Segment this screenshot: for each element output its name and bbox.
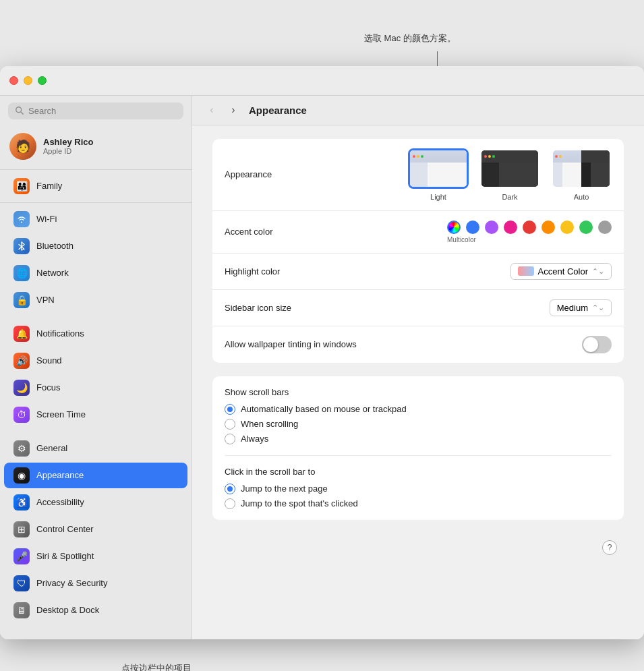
scroll-auto-radio[interactable]: [225, 404, 235, 415]
sidebar-divider-2: [0, 202, 192, 203]
accent-orange[interactable]: [541, 221, 555, 234]
sidebar-item-privacy[interactable]: 🛡 Privacy & Security: [4, 571, 187, 596]
appearance-auto-option[interactable]: Auto: [551, 148, 612, 201]
titlebar: [0, 66, 644, 96]
accent-red[interactable]: [523, 221, 536, 234]
highlight-color-label: Highlight color: [225, 266, 359, 276]
close-button[interactable]: [9, 76, 18, 85]
click-jump-spot-radio[interactable]: [225, 498, 235, 509]
sidebar-label-appearance: Appearance: [36, 470, 84, 480]
sidebar-item-general[interactable]: ⚙ General: [4, 436, 187, 461]
sidebar-divider-1: [0, 169, 192, 170]
click-next-page-radio[interactable]: [225, 484, 235, 494]
scroll-auto-option[interactable]: Automatically based on mouse or trackpad: [225, 404, 612, 415]
show-scroll-bars-title: Show scroll bars: [225, 387, 612, 397]
scroll-when-scrolling-option[interactable]: When scrolling: [225, 419, 612, 430]
accent-color-label: Accent color: [225, 227, 359, 237]
search-input[interactable]: [28, 106, 177, 116]
click-jump-spot-option[interactable]: Jump to the spot that's clicked: [225, 498, 612, 509]
accent-yellow[interactable]: [560, 221, 574, 234]
sidebar-label-desktop: Desktop & Dock: [36, 605, 99, 615]
sidebar-item-notifications[interactable]: 🔔 Notifications: [4, 321, 187, 347]
forward-button[interactable]: ›: [225, 103, 242, 117]
avatar: 🧑: [9, 133, 36, 160]
accent-multicolor[interactable]: [447, 221, 461, 234]
privacy-icon: 🛡: [13, 575, 30, 591]
sidebar-item-wifi[interactable]: Wi-Fi: [4, 206, 187, 232]
sidebar-item-screentime[interactable]: ⏱ Screen Time: [4, 402, 187, 428]
focus-icon: 🌙: [13, 380, 30, 396]
sidebar-item-appearance[interactable]: ◉ Appearance: [4, 463, 187, 488]
scroll-bars-radio-group: Automatically based on mouse or trackpad…: [225, 404, 612, 444]
scroll-bars-section: Show scroll bars Automatically based on …: [212, 376, 624, 455]
appearance-dark-label: Dark: [502, 193, 517, 201]
maximize-button[interactable]: [38, 76, 47, 85]
appearance-row-label: Appearance: [225, 169, 359, 179]
search-bar[interactable]: [8, 103, 183, 119]
accent-blue[interactable]: [466, 221, 479, 234]
accent-pink[interactable]: [504, 221, 517, 234]
appearance-auto-thumb: [551, 148, 612, 189]
appearance-light-option[interactable]: Light: [408, 148, 469, 201]
help-button[interactable]: ?: [602, 540, 617, 555]
scroll-bars-card: Show scroll bars Automatically based on …: [212, 376, 624, 520]
sidebar-item-bluetooth[interactable]: Bluetooth: [4, 233, 187, 259]
separator-space-2: [0, 428, 192, 435]
svg-line-1: [21, 112, 23, 114]
highlight-chevron-icon: ⌃⌄: [592, 267, 604, 276]
accent-graphite[interactable]: [598, 221, 612, 234]
scroll-when-scrolling-radio[interactable]: [225, 419, 235, 430]
siri-icon: 🎤: [13, 548, 30, 564]
sidebar-label-vpn: VPN: [36, 295, 55, 305]
sidebar-label-privacy: Privacy & Security: [36, 578, 107, 588]
sidebar-item-network[interactable]: 🌐 Network: [4, 260, 187, 286]
annotation-bottom-line1: 点按边栏中的项目: [121, 663, 192, 671]
sidebar-item-siri[interactable]: 🎤 Siri & Spotlight: [4, 544, 187, 569]
sound-icon: 🔊: [13, 353, 30, 369]
scroll-always-radio[interactable]: [225, 434, 235, 444]
sidebar-item-vpn[interactable]: 🔒 VPN: [4, 287, 187, 313]
appearance-dark-thumb: [479, 148, 540, 189]
appearance-dark-option[interactable]: Dark: [479, 148, 540, 201]
appearance-options-control: Light: [359, 148, 612, 201]
scroll-auto-label: Automatically based on mouse or trackpad: [241, 404, 407, 414]
separator-space-1: [0, 314, 192, 320]
sidebar-label-siri: Siri & Spotlight: [36, 551, 94, 561]
click-next-page-option[interactable]: Jump to the next page: [225, 484, 612, 494]
sidebar-item-family[interactable]: 👨‍👩‍👧 Family: [4, 173, 187, 199]
accessibility-icon: ♿: [13, 494, 30, 510]
user-name: Ashley Rico: [43, 137, 93, 147]
minimize-button[interactable]: [24, 76, 32, 85]
sidebar-label-screentime: Screen Time: [36, 409, 86, 419]
appearance-card: Appearance: [212, 139, 624, 363]
sidebar-item-sound[interactable]: 🔊 Sound: [4, 348, 187, 374]
wifi-icon: [13, 211, 30, 227]
svg-point-0: [16, 107, 22, 113]
scroll-when-scrolling-label: When scrolling: [241, 419, 298, 429]
sidebar-label-accessibility: Accessibility: [36, 497, 84, 507]
sidebar-icon-size-select[interactable]: Medium ⌃⌄: [550, 299, 612, 316]
sidebar-label-sound: Sound: [36, 355, 62, 366]
scroll-auto-dot: [227, 407, 233, 412]
highlight-color-select[interactable]: Accent Color ⌃⌄: [510, 263, 612, 280]
scroll-always-option[interactable]: Always: [225, 434, 612, 444]
desktop-icon: 🖥: [13, 602, 30, 618]
accent-color-row: Accent color: [212, 211, 624, 254]
sidebar-label-family: Family: [36, 181, 62, 191]
content-body: Appearance: [192, 125, 644, 639]
sidebar-label-network: Network: [36, 268, 69, 278]
appearance-options: Light: [408, 148, 612, 201]
accent-purple[interactable]: [485, 221, 498, 234]
accent-green[interactable]: [579, 221, 593, 234]
wallpaper-tinting-toggle[interactable]: [582, 336, 612, 353]
sidebar-item-focus[interactable]: 🌙 Focus: [4, 375, 187, 401]
user-profile-item[interactable]: 🧑 Ashley Rico Apple ID: [0, 126, 192, 167]
sidebar-label-controlcenter: Control Center: [36, 524, 94, 534]
click-scroll-radio-group: Jump to the next page Jump to the spot t…: [225, 484, 612, 509]
click-scroll-section: Click in the scroll bar to Jump to the n…: [212, 456, 624, 520]
sidebar-item-desktop[interactable]: 🖥 Desktop & Dock: [4, 597, 187, 623]
back-button[interactable]: ‹: [203, 103, 221, 117]
sidebar-item-controlcenter[interactable]: ⊞ Control Center: [4, 517, 187, 542]
appearance-auto-label: Auto: [574, 193, 589, 201]
sidebar-item-accessibility[interactable]: ♿ Accessibility: [4, 490, 187, 515]
